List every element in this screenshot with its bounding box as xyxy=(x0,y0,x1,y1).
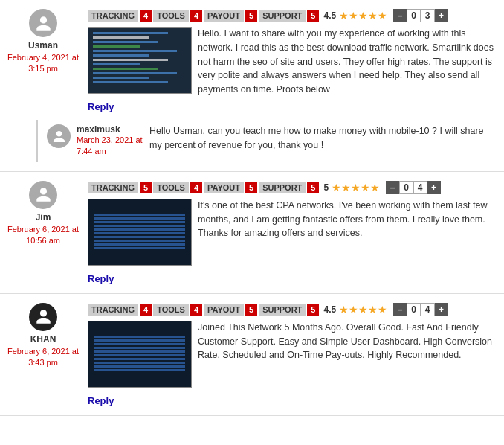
avatar xyxy=(47,124,71,148)
tag-score: 5 xyxy=(245,182,257,193)
vote-plus-button[interactable]: + xyxy=(435,9,448,22)
vote-count-right: 4 xyxy=(421,303,435,316)
review-main: KHAN February 6, 2021 at3:43 pm TRACKING… xyxy=(6,303,498,406)
tag-score: 4 xyxy=(140,10,152,22)
reply-block: maximusk March 23, 2021 at7:44 am Hello … xyxy=(36,120,498,162)
review-content: TRACKING4TOOLS4PAYOUT5SUPPORT5 4.5 ★★★★★… xyxy=(88,303,498,406)
star-full: ★ xyxy=(370,182,380,193)
reply-author-name: maximusk xyxy=(77,124,143,135)
review-body: It's one of the best CPA networks. I've … xyxy=(88,199,498,269)
overall-score: 4.5 xyxy=(323,304,336,315)
star-full: ★ xyxy=(358,10,368,22)
reply-link[interactable]: Reply xyxy=(88,395,114,406)
rating-bar: TRACKING5TOOLS4PAYOUT5SUPPORT5 5 ★★★★★ –… xyxy=(88,181,498,194)
avatar xyxy=(29,303,57,331)
reply-link[interactable]: Reply xyxy=(88,273,114,284)
reply-author-row: maximusk March 23, 2021 at7:44 am Hello … xyxy=(47,124,498,158)
tag-label: PAYOUT xyxy=(204,182,244,193)
tag-score: 5 xyxy=(307,10,319,22)
vote-count: 0 xyxy=(407,303,421,316)
review-content: TRACKING5TOOLS4PAYOUT5SUPPORT5 5 ★★★★★ –… xyxy=(88,181,498,284)
review-main: Usman February 4, 2021 at3:15 pm TRACKIN… xyxy=(6,9,498,112)
tag-label: TRACKING xyxy=(88,304,138,316)
avatar xyxy=(29,181,57,209)
vote-count: 0 xyxy=(407,9,421,22)
tag-label: TOOLS xyxy=(153,182,189,193)
vote-minus-button[interactable]: – xyxy=(393,9,407,22)
rating-bar: TRACKING4TOOLS4PAYOUT5SUPPORT5 4.5 ★★★★★… xyxy=(88,303,498,316)
star-full: ★ xyxy=(368,304,378,316)
tag-score: 4 xyxy=(190,182,202,193)
tag-score: 5 xyxy=(245,10,257,22)
tag-label: TRACKING xyxy=(88,182,138,193)
author-col: Usman February 4, 2021 at3:15 pm xyxy=(6,9,80,112)
review-main: Jim February 6, 2021 at10:56 am TRACKING… xyxy=(6,181,498,284)
author-date: February 6, 2021 at3:43 pm xyxy=(6,346,80,369)
vote-controls[interactable]: – 0 4 + xyxy=(386,181,440,194)
star-full: ★ xyxy=(349,10,358,22)
reply-text: Hello Usman, can you teach me how to mak… xyxy=(149,124,498,153)
star-half: ★ xyxy=(378,10,387,22)
review-thumbnail xyxy=(88,321,192,388)
review-thumbnail xyxy=(88,27,192,94)
vote-controls[interactable]: – 0 4 + xyxy=(393,303,448,316)
tag-score: 5 xyxy=(307,182,319,193)
tag-score: 4 xyxy=(190,10,202,22)
star-full: ★ xyxy=(361,182,370,193)
overall-score: 4.5 xyxy=(323,10,336,21)
review-content: TRACKING4TOOLS4PAYOUT5SUPPORT5 4.5 ★★★★★… xyxy=(88,9,498,112)
avatar xyxy=(29,9,57,37)
author-date: February 6, 2021 at10:56 am xyxy=(6,224,80,247)
star-full: ★ xyxy=(341,182,351,193)
author-col: KHAN February 6, 2021 at3:43 pm xyxy=(6,303,80,406)
vote-plus-button[interactable]: + xyxy=(427,181,441,194)
star-full: ★ xyxy=(358,304,368,316)
tag-label: SUPPORT xyxy=(259,304,306,316)
star-full: ★ xyxy=(351,182,361,193)
review-body: Joined This Network 5 Months Ago. Overal… xyxy=(88,321,498,391)
tag-score: 5 xyxy=(140,182,152,193)
star-full: ★ xyxy=(368,10,378,22)
star-full: ★ xyxy=(332,182,341,193)
tag-label: TRACKING xyxy=(88,10,138,22)
star-full: ★ xyxy=(339,304,349,316)
tag-label: TOOLS xyxy=(153,304,189,316)
author-name: KHAN xyxy=(6,334,80,345)
tag-score: 5 xyxy=(307,304,319,316)
vote-minus-button[interactable]: – xyxy=(386,181,399,194)
review-block: Jim February 6, 2021 at10:56 am TRACKING… xyxy=(0,172,504,294)
review-block: Usman February 4, 2021 at3:15 pm TRACKIN… xyxy=(0,0,504,172)
vote-minus-button[interactable]: – xyxy=(393,303,407,316)
vote-controls[interactable]: – 0 3 + xyxy=(393,9,448,22)
author-name: Usman xyxy=(6,40,80,51)
tag-label: SUPPORT xyxy=(259,182,306,193)
rating-bar: TRACKING4TOOLS4PAYOUT5SUPPORT5 4.5 ★★★★★… xyxy=(88,9,498,22)
vote-count-right: 4 xyxy=(413,181,427,194)
reply-info: maximusk March 23, 2021 at7:44 am xyxy=(77,124,143,158)
tag-label: TOOLS xyxy=(153,10,189,22)
vote-count-right: 3 xyxy=(421,9,435,22)
star-half: ★ xyxy=(378,304,387,316)
star-full: ★ xyxy=(339,10,349,22)
tag-label: SUPPORT xyxy=(259,10,306,22)
review-block: KHAN February 6, 2021 at3:43 pm TRACKING… xyxy=(0,294,504,416)
review-thumbnail xyxy=(88,199,192,266)
star-full: ★ xyxy=(349,304,358,316)
vote-count: 0 xyxy=(399,181,413,194)
reply-link[interactable]: Reply xyxy=(88,101,114,112)
tag-score: 4 xyxy=(190,304,202,316)
author-col: Jim February 6, 2021 at10:56 am xyxy=(6,181,80,284)
vote-plus-button[interactable]: + xyxy=(435,303,448,316)
tag-label: PAYOUT xyxy=(204,10,244,22)
reply-date: March 23, 2021 at7:44 am xyxy=(77,135,143,158)
tag-score: 4 xyxy=(140,304,152,316)
author-date: February 4, 2021 at3:15 pm xyxy=(6,52,80,75)
author-name: Jim xyxy=(6,212,80,222)
overall-score: 5 xyxy=(323,182,329,193)
tag-label: PAYOUT xyxy=(204,304,244,316)
review-body: Hello. I want to share with you my exper… xyxy=(88,27,498,97)
tag-score: 5 xyxy=(245,304,257,316)
